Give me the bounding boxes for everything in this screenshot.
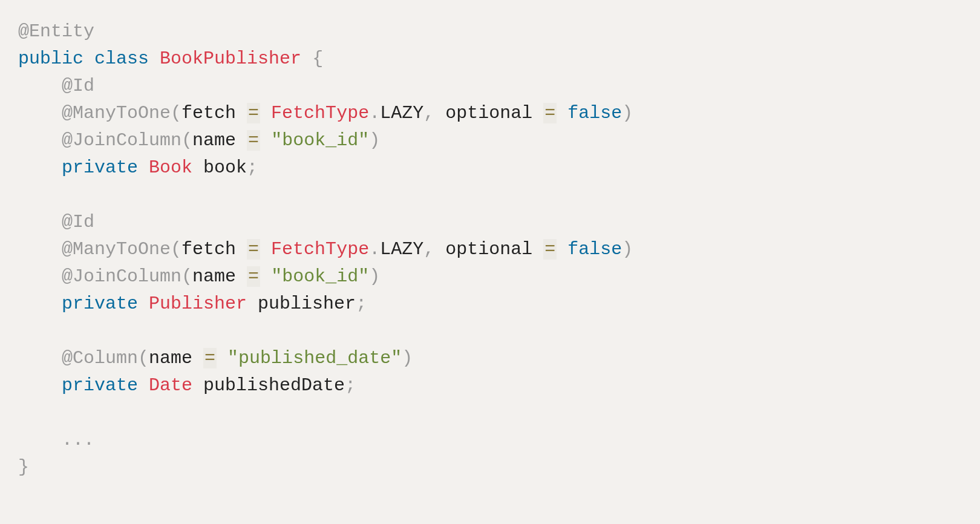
lazy: LAZY xyxy=(380,239,423,260)
paren: ) xyxy=(369,130,380,151)
semicolon: ; xyxy=(356,293,367,314)
equals-op: = xyxy=(543,103,557,123)
annotation-id: @Id xyxy=(62,212,94,232)
keyword-private: private xyxy=(62,375,138,396)
annotation-column: @Column xyxy=(62,348,138,368)
annotation-joincolumn: @JoinColumn xyxy=(62,130,181,151)
keyword-class: class xyxy=(94,48,149,69)
paren: ( xyxy=(138,348,149,368)
paren: ) xyxy=(369,266,380,287)
lazy: LAZY xyxy=(380,103,423,123)
param-fetch: fetch xyxy=(181,103,236,123)
var-publisheddate: publishedDate xyxy=(203,375,345,396)
string-literal: "book_id" xyxy=(271,130,369,151)
param-name: name xyxy=(192,266,236,287)
annotation-entity: @Entity xyxy=(18,21,94,42)
keyword-private: private xyxy=(62,157,138,178)
paren: ) xyxy=(622,103,633,123)
var-publisher: publisher xyxy=(258,293,356,314)
param-optional: optional xyxy=(445,239,532,260)
param-fetch: fetch xyxy=(181,239,236,260)
false-literal: false xyxy=(567,103,622,123)
fetchtype: FetchType xyxy=(271,239,369,260)
string-literal: "book_id" xyxy=(271,266,369,287)
comma: , xyxy=(423,103,434,123)
dot: . xyxy=(369,239,380,260)
comma: , xyxy=(423,239,434,260)
annotation-manytoone: @ManyToOne xyxy=(62,103,171,123)
paren: ( xyxy=(171,239,181,260)
ellipsis: ... xyxy=(62,430,94,450)
fetchtype: FetchType xyxy=(271,103,369,123)
equals-op: = xyxy=(247,130,260,151)
param-name: name xyxy=(192,130,236,151)
class-name: BookPublisher xyxy=(160,48,301,69)
annotation-joincolumn: @JoinColumn xyxy=(62,266,181,287)
type-book: Book xyxy=(149,157,192,178)
equals-op: = xyxy=(247,239,260,260)
brace-close: } xyxy=(18,457,29,477)
type-date: Date xyxy=(149,375,192,396)
brace-open: { xyxy=(312,48,323,69)
paren: ( xyxy=(181,130,192,151)
equals-op: = xyxy=(247,103,260,123)
equals-op: = xyxy=(203,348,217,368)
semicolon: ; xyxy=(247,157,258,178)
param-name: name xyxy=(149,348,192,368)
var-book: book xyxy=(203,157,247,178)
string-literal: "published_date" xyxy=(227,348,402,368)
false-literal: false xyxy=(567,239,622,260)
type-publisher: Publisher xyxy=(149,293,247,314)
paren: ( xyxy=(171,103,181,123)
equals-op: = xyxy=(247,266,260,287)
paren: ) xyxy=(622,239,633,260)
paren: ) xyxy=(402,348,413,368)
equals-op: = xyxy=(543,239,557,260)
annotation-manytoone: @ManyToOne xyxy=(62,239,171,260)
paren: ( xyxy=(181,266,192,287)
param-optional: optional xyxy=(445,103,532,123)
keyword-private: private xyxy=(62,293,138,314)
semicolon: ; xyxy=(345,375,356,396)
code-block: @Entity public class BookPublisher { @Id… xyxy=(18,18,980,481)
annotation-id: @Id xyxy=(62,76,94,96)
dot: . xyxy=(369,103,380,123)
keyword-public: public xyxy=(18,48,83,69)
